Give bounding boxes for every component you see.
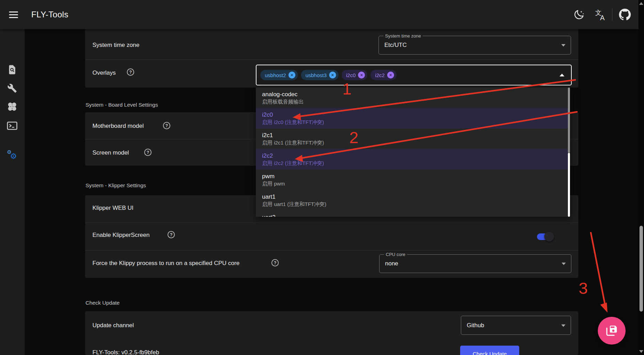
scrollbar-thumb[interactable]	[639, 226, 643, 312]
overlays-help-icon[interactable]: ?	[127, 68, 134, 76]
translate-icon: 文 A	[595, 9, 606, 20]
annotation-step-2: 2	[349, 129, 358, 146]
dropdown-option-i2c2-selected[interactable]: i2c2 启用 i2c2 (注意和TFT冲突)	[256, 149, 570, 170]
cpu-core-select-label: CPU core	[384, 252, 407, 257]
cpu-core-row-label: Force the Klippy process to run on a spe…	[92, 260, 239, 267]
screen-model-row-label: Screen model	[92, 149, 129, 156]
save-all-icon	[605, 324, 618, 337]
menu-scrollbar-track[interactable]	[568, 153, 570, 217]
card-check-update: Update channel Github FLY-Tools: v0.2.5-…	[85, 311, 578, 355]
sidebar-item-tools[interactable]	[7, 83, 17, 94]
cpu-core-help-icon[interactable]: ?	[271, 259, 279, 266]
chevron-down-icon	[562, 263, 566, 265]
dropdown-option-analog-codec[interactable]: analog-codec 启用板载音频输出	[256, 88, 570, 108]
sidebar: ⚙ ⚙	[0, 29, 25, 355]
github-button[interactable]	[619, 9, 631, 22]
klipper-web-ui-label: Klipper WEB UI	[92, 205, 133, 212]
dropdown-option-uart1[interactable]: uart1 启用 uart1 (注意和TFT冲突)	[256, 190, 570, 210]
page-scrollbar[interactable]	[638, 0, 644, 355]
annotation-step-3: 3	[579, 280, 588, 296]
theme-toggle-button[interactable]	[573, 9, 585, 22]
chip-row: usbhost2 ✕ usbhost3 ✕ i2c0 ✕ i2c2 ✕	[260, 65, 400, 85]
cpu-core-select-value: none	[385, 260, 398, 267]
dropdown-option-pwm[interactable]: pwm 启用 pwm	[256, 170, 570, 190]
terminal-icon	[7, 121, 17, 130]
sidebar-item-file-preview[interactable]	[8, 65, 17, 76]
klipperscreen-help-icon[interactable]: ?	[168, 231, 175, 238]
cpu-core-select[interactable]: CPU core none	[379, 254, 571, 273]
svg-text:A: A	[600, 14, 605, 20]
file-search-icon	[8, 65, 17, 75]
overlays-multiselect[interactable]: usbhost2 ✕ usbhost3 ✕ i2c0 ✕ i2c2 ✕	[256, 65, 572, 85]
gear-large-icon: ⚙	[10, 152, 17, 160]
section-check-update: Check Update	[85, 300, 120, 306]
menu-scrollbar-thumb[interactable]	[568, 88, 570, 153]
page: FLY-Tools 文 A	[0, 0, 644, 355]
timezone-row-label: System time zone	[92, 42, 139, 49]
klipperscreen-toggle[interactable]	[537, 231, 554, 242]
chip-remove-icon[interactable]: ✕	[358, 72, 365, 79]
toggle-knob	[544, 232, 554, 241]
sidebar-item-terminal[interactable]	[7, 121, 17, 132]
timezone-select-value: Etc/UTC	[384, 42, 407, 49]
update-channel-select-value: Github	[467, 322, 484, 329]
motherboard-help-icon[interactable]: ?	[163, 122, 170, 129]
language-button[interactable]: 文 A	[595, 9, 606, 22]
sidebar-item-settings-active[interactable]: ⚙ ⚙	[6, 149, 19, 162]
dropdown-option-i2c0-selected[interactable]: i2c0 启用 i2c0 (注意和TFT冲突)	[256, 108, 570, 129]
chip-remove-icon[interactable]: ✕	[387, 72, 394, 79]
dropdown-option-uart2[interactable]: uart2	[256, 210, 570, 217]
update-channel-label: Update channel	[92, 322, 134, 329]
chip-remove-icon[interactable]: ✕	[329, 72, 336, 79]
dropdown-option-i2c1[interactable]: i2c1 启用 i2c1 (注意和TFT冲突)	[256, 129, 570, 149]
version-text: FLY-Tools: v0.2.5-fb9bfeb	[92, 349, 159, 355]
chevron-up-icon	[560, 74, 564, 76]
overlays-row-label: Overlays	[92, 69, 116, 76]
chevron-down-icon	[561, 324, 565, 327]
scrollbar-down-arrow[interactable]	[639, 350, 643, 353]
scrollbar-up-arrow[interactable]	[639, 2, 643, 5]
row-divider	[85, 250, 578, 250]
toolbar-divider	[612, 8, 612, 21]
wrench-icon	[7, 83, 17, 93]
check-update-button[interactable]: Check Update	[460, 346, 519, 355]
klipperscreen-label: Enable KlipperScreen	[92, 232, 149, 239]
section-board-level: System - Board Level Settings	[85, 102, 158, 108]
overlays-dropdown-menu: analog-codec 启用板载音频输出 i2c0 启用 i2c0 (注意和T…	[256, 88, 570, 217]
sidebar-item-patch[interactable]	[7, 101, 17, 112]
chip-usbhost3[interactable]: usbhost3 ✕	[301, 70, 339, 80]
motherboard-row-label: Motherboard model	[92, 123, 144, 130]
app-title: FLY-Tools	[31, 10, 68, 19]
section-klipper: System - Klipper Settings	[85, 182, 146, 189]
timezone-select-label: System time zone	[383, 33, 423, 39]
github-icon	[619, 9, 631, 20]
chip-i2c2[interactable]: i2c2 ✕	[370, 70, 397, 80]
save-fab-button[interactable]	[598, 317, 626, 345]
timezone-select[interactable]: System time zone Etc/UTC	[378, 36, 571, 55]
menu-icon[interactable]	[9, 11, 18, 18]
card-system-general: System time zone System time zone Etc/UT…	[85, 29, 578, 88]
update-channel-select[interactable]: Github	[461, 316, 571, 335]
row-divider	[85, 223, 578, 223]
row-divider	[85, 59, 578, 60]
chip-i2c0[interactable]: i2c0 ✕	[342, 70, 368, 80]
app-bar: FLY-Tools 文 A	[0, 0, 638, 29]
chip-usbhost2[interactable]: usbhost2 ✕	[260, 70, 298, 80]
screen-model-help-icon[interactable]: ?	[144, 149, 152, 156]
moon-stars-icon	[573, 9, 585, 20]
annotation-step-1: 1	[342, 81, 351, 97]
chip-remove-icon[interactable]: ✕	[288, 72, 295, 79]
chevron-down-icon	[561, 44, 565, 47]
